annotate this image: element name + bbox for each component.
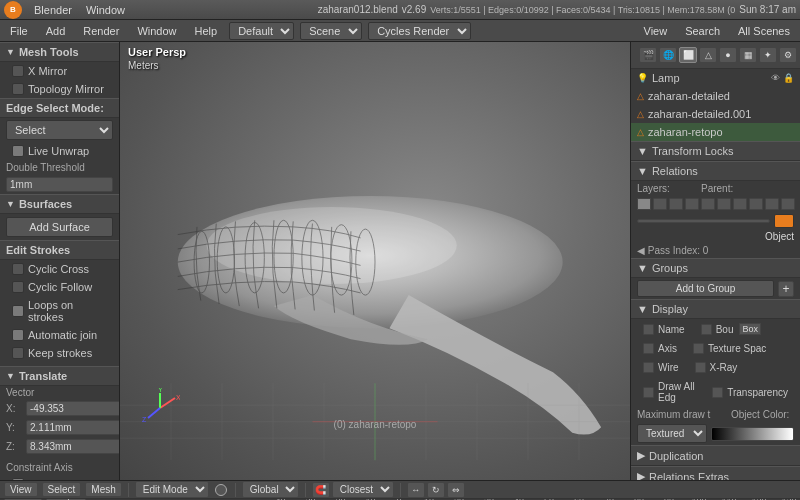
layer-3[interactable]: [669, 198, 683, 210]
translate-x-input[interactable]: [26, 401, 120, 416]
menu-file[interactable]: File: [4, 23, 34, 39]
section-bsurfaces[interactable]: ▼ Bsurfaces: [0, 194, 119, 214]
color-swatch[interactable]: [774, 214, 794, 228]
pivot-select[interactable]: Global: [242, 481, 299, 498]
menu-render[interactable]: Render: [77, 23, 125, 39]
physics-props-icon[interactable]: ⚙: [779, 47, 797, 63]
version-info: v2.69: [402, 4, 426, 15]
transform-locks-header[interactable]: ▼ Transform Locks: [631, 141, 800, 161]
outliner-item-zaharan-detailed[interactable]: △ zaharan-detailed: [631, 87, 800, 105]
box-btn[interactable]: Box: [739, 323, 761, 335]
bsurfaces-label: Bsurfaces: [19, 198, 72, 210]
relations-header[interactable]: ▼ Relations: [631, 161, 800, 181]
menu-add[interactable]: Add: [40, 23, 72, 39]
layer-5[interactable]: [701, 198, 715, 210]
layer-2[interactable]: [653, 198, 667, 210]
duplication-header[interactable]: ▶ Duplication: [631, 445, 800, 466]
texture-props-icon[interactable]: ▦: [739, 47, 757, 63]
outliner-item-zaharan-detailed-001[interactable]: △ zaharan-detailed.001: [631, 105, 800, 123]
translate-z-field: Z:: [0, 437, 119, 456]
snap-toggle[interactable]: 🧲: [312, 482, 330, 498]
section-mesh-tools[interactable]: ▼ Mesh Tools: [0, 42, 119, 62]
menu-window2[interactable]: Window: [131, 23, 182, 39]
display-checkboxes-row1: Name Bou Box: [631, 319, 800, 339]
add-group-plus-btn[interactable]: +: [778, 281, 794, 297]
relations-extras-label: Relations Extras: [649, 471, 729, 481]
view-bottom-btn[interactable]: View: [4, 482, 38, 497]
item-live-unwrap[interactable]: Live Unwrap: [0, 142, 119, 160]
add-to-group-btn[interactable]: Add to Group: [637, 280, 774, 297]
section-edge-select[interactable]: Edge Select Mode:: [0, 98, 119, 118]
svg-text:Z: Z: [142, 416, 147, 423]
topology-mirror-checkbox: [12, 83, 24, 95]
svg-line-25: [148, 408, 160, 418]
layout-select[interactable]: Default: [229, 22, 294, 40]
section-edit-strokes[interactable]: Edit Strokes: [0, 240, 119, 260]
add-surface-btn[interactable]: Add Surface: [6, 217, 113, 237]
header-search[interactable]: Search: [679, 23, 726, 39]
lamp-visibility: 👁 🔒: [771, 73, 794, 83]
mesh-icon-1: △: [637, 91, 644, 101]
snap-controls: 🧲 Closest: [312, 481, 394, 498]
relations-extras-header[interactable]: ▶ Relations Extras: [631, 466, 800, 480]
translate-z-input[interactable]: [26, 439, 120, 454]
layer-7[interactable]: [733, 198, 747, 210]
layer-9[interactable]: [765, 198, 779, 210]
edit-mode-select[interactable]: Edit Mode: [135, 481, 209, 498]
scene-props-icon[interactable]: 🌐: [659, 47, 677, 63]
lamp-icon: 💡: [637, 73, 648, 83]
vector-label: Vector: [0, 386, 119, 399]
layer-10[interactable]: [781, 198, 795, 210]
layer-6[interactable]: [717, 198, 731, 210]
item-loops-on-strokes[interactable]: Loops on strokes: [0, 296, 119, 326]
outliner-item-lamp[interactable]: 💡 Lamp 👁 🔒: [631, 69, 800, 87]
layer-8[interactable]: [749, 198, 763, 210]
transform-icon-1[interactable]: ↔: [407, 482, 425, 498]
parent-input[interactable]: [637, 219, 770, 223]
blender-logo[interactable]: B: [4, 1, 22, 19]
item-x-mirror[interactable]: X Mirror: [0, 62, 119, 80]
translate-y-input[interactable]: [26, 420, 120, 435]
outliner-item-zaharan-retopo[interactable]: △ zaharan-retopo: [631, 123, 800, 141]
double-threshold-input[interactable]: [6, 177, 113, 192]
item-cyclic-cross[interactable]: Cyclic Cross: [0, 260, 119, 278]
material-props-icon[interactable]: ●: [719, 47, 737, 63]
renderer-select[interactable]: Cycles Render: [368, 22, 471, 40]
display-type-select[interactable]: Textured: [637, 424, 707, 443]
live-unwrap-checkbox: [12, 145, 24, 157]
object-color-bar[interactable]: [711, 427, 794, 441]
mesh-props-icon[interactable]: △: [699, 47, 717, 63]
viewport-units-label: Meters: [128, 60, 159, 71]
item-constraint-x[interactable]: X: [0, 475, 119, 480]
menu-window[interactable]: Window: [80, 2, 131, 18]
edge-select-dropdown[interactable]: Select: [6, 120, 113, 140]
viewport-3d[interactable]: User Persp Meters X Y Z (0) zaharan-reto…: [120, 42, 630, 480]
menu-help[interactable]: Help: [189, 23, 224, 39]
lamp-label: Lamp: [652, 72, 680, 84]
render-props-icon[interactable]: 🎬: [639, 47, 657, 63]
layers-label: Layers:: [637, 183, 697, 194]
object-props-icon[interactable]: ⬜: [679, 47, 697, 63]
header-view[interactable]: View: [638, 23, 674, 39]
item-cyclic-follow[interactable]: Cyclic Follow: [0, 278, 119, 296]
layer-1[interactable]: [637, 198, 651, 210]
display-header[interactable]: ▼ Display: [631, 299, 800, 319]
item-automatic-join[interactable]: Automatic join: [0, 326, 119, 344]
groups-header[interactable]: ▼ Groups: [631, 258, 800, 278]
header-allscenes[interactable]: All Scenes: [732, 23, 796, 39]
item-keep-strokes[interactable]: Keep strokes: [0, 344, 119, 362]
section-translate[interactable]: ▼ Translate: [0, 366, 119, 386]
particle-props-icon[interactable]: ✦: [759, 47, 777, 63]
transform-icon-2[interactable]: ↻: [427, 482, 445, 498]
transform-icon-3[interactable]: ⇔: [447, 482, 465, 498]
divider2: [235, 483, 236, 497]
item-topology-mirror[interactable]: Topology Mirror: [0, 80, 119, 98]
scene-select[interactable]: Scene: [300, 22, 362, 40]
snap-select[interactable]: Closest: [332, 481, 394, 498]
menu-blender[interactable]: Blender: [28, 2, 78, 18]
select-bottom-btn[interactable]: Select: [42, 482, 82, 497]
record-btn[interactable]: [215, 484, 227, 496]
display-drawalledg-cb: Draw All Edg: [637, 379, 702, 405]
layer-4[interactable]: [685, 198, 699, 210]
mesh-bottom-btn[interactable]: Mesh: [85, 482, 121, 497]
